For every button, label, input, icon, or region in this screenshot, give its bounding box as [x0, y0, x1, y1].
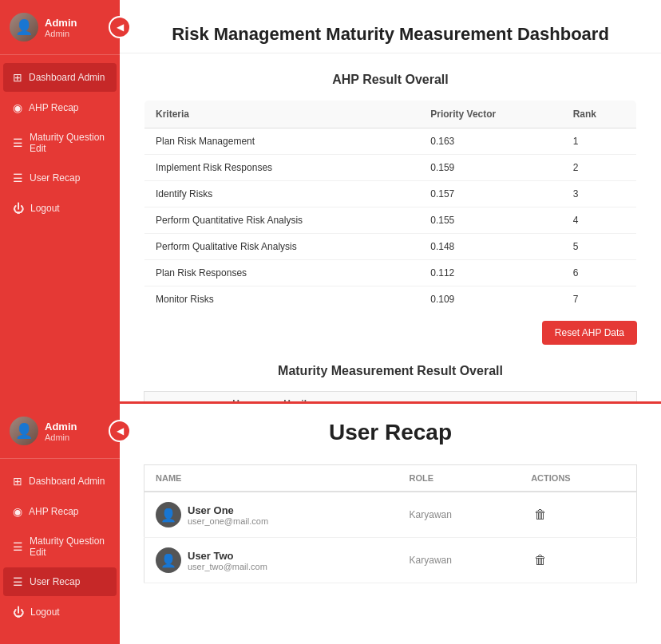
ahp-table-row: Plan Risk Responses 0.112 6: [144, 260, 637, 286]
user-person-icon: 👤: [160, 508, 176, 523]
ahp-priority-vector: 0.112: [419, 260, 561, 286]
sidebar-item-user-recap[interactable]: ☰ User Recap: [3, 164, 117, 192]
sidebar-item-label: Logout: [30, 203, 60, 214]
user-actions-cell: 🗑: [520, 492, 636, 538]
sidebar-user-info: Admin Admin: [45, 17, 77, 38]
ahp-rank: 3: [562, 181, 637, 207]
sidebar-collapse-button[interactable]: ◀: [109, 16, 131, 38]
user-table-row: 👤 User One user_one@mail.com Karyawan 🗑: [144, 492, 637, 538]
sidebar-user-header: 👤 Admin Admin: [0, 0, 120, 55]
user-avatar-image-bottom: 👤: [10, 417, 38, 445]
user-name-block: User Two user_two@mail.com: [188, 550, 267, 571]
user-role-text: Karyawan: [410, 555, 452, 566]
ahp-col-kriteria: Kriteria: [144, 101, 420, 128]
user-name-cell: 👤 User One user_one@mail.com: [144, 492, 398, 538]
delete-user-button[interactable]: 🗑: [531, 550, 550, 571]
ahp-rank: 1: [562, 128, 637, 155]
ahp-col-priority: Priority Vector: [419, 101, 561, 128]
ahp-kriteria: Identify Risks: [144, 181, 420, 207]
ahp-icon: ◉: [13, 101, 22, 114]
user-recap-title: User Recap: [144, 420, 637, 445]
ahp-kriteria: Plan Risk Management: [144, 128, 420, 155]
ahp-priority-vector: 0.163: [419, 128, 561, 155]
reset-ahp-button[interactable]: Reset AHP Data: [542, 321, 637, 345]
sidebar-item-label: Dashboard Admin: [29, 476, 105, 487]
sidebar-bottom-item-dashboard[interactable]: ⊞ Dashboard Admin: [3, 467, 117, 496]
logout-icon: ⏻: [13, 202, 24, 215]
ahp-table-row: Monitor Risks 0.109 7: [144, 286, 637, 313]
avatar: 👤: [10, 13, 38, 41]
maturity-col-kriteria: Kriteria: [144, 392, 225, 402]
ahp-table-row: Identify Risks 0.157 3: [144, 181, 637, 207]
ahp-table-row: Implement Risk Responses 0.159 2: [144, 155, 637, 181]
user-col-actions: ACTIONS: [520, 465, 636, 492]
user-role-cell: Karyawan: [398, 492, 520, 538]
sidebar-item-label: AHP Recap: [29, 506, 78, 517]
maturity-icon: ☰: [13, 136, 23, 149]
ahp-section-title: AHP Result Overall: [144, 73, 637, 87]
sidebar-item-dashboard[interactable]: ⊞ Dashboard Admin: [3, 63, 117, 92]
user-avatar: 👤: [156, 547, 181, 573]
user-avatar: 👤: [156, 502, 181, 527]
ahp-kriteria: Perform Quantitative Risk Analysis: [144, 207, 420, 234]
ahp-kriteria: Perform Qualitative Risk Analysis: [144, 234, 420, 260]
sidebar-bottom-item-user-recap[interactable]: ☰ User Recap: [3, 567, 117, 596]
sidebar-bottom-user-role: Admin: [45, 433, 77, 442]
maturity-col-rekomendasi: Hasil Rekomendasi: [323, 392, 636, 402]
ahp-table-row: Perform Qualitative Risk Analysis 0.148 …: [144, 234, 637, 260]
delete-user-button[interactable]: 🗑: [531, 504, 550, 525]
sidebar-navigation: ⊞ Dashboard Admin ◉ AHP Recap ☰ Maturity…: [0, 55, 120, 401]
sidebar-item-label: AHP Recap: [29, 102, 78, 113]
sidebar-bottom-item-logout[interactable]: ⏻ Logout: [3, 598, 117, 626]
maturity-table: Kriteria User One's level Hasil Rata Rat…: [144, 391, 637, 401]
sidebar-item-label: Logout: [30, 606, 60, 618]
sidebar-bottom-user-name: Admin: [45, 421, 77, 433]
ahp-kriteria: Plan Risk Responses: [144, 260, 420, 286]
maturity-section: Maturity Measurement Result Overall Krit…: [120, 364, 661, 401]
user-display-name: User Two: [188, 550, 267, 562]
sidebar-item-logout[interactable]: ⏻ Logout: [3, 194, 117, 223]
user-recap-icon-bottom: ☰: [13, 575, 23, 588]
user-email: user_one@mail.com: [188, 516, 268, 526]
user-col-name: NAME: [144, 465, 398, 492]
ahp-rank: 5: [562, 234, 637, 260]
sidebar-bottom-user-info: Admin Admin: [45, 421, 77, 442]
sidebar-user-name: Admin: [45, 17, 77, 29]
ahp-priority-vector: 0.155: [419, 207, 561, 234]
ahp-col-rank: Rank: [562, 101, 637, 128]
user-name-block: User One user_one@mail.com: [188, 504, 268, 526]
sidebar-item-label: Maturity Question Edit: [30, 132, 107, 154]
logout-icon-bottom: ⏻: [13, 606, 24, 618]
ahp-kriteria: Implement Risk Responses: [144, 155, 420, 181]
sidebar-bottom-item-maturity[interactable]: ☰ Maturity Question Edit: [3, 527, 117, 566]
ahp-icon-bottom: ◉: [13, 505, 22, 518]
ahp-kriteria: Monitor Risks: [144, 286, 420, 313]
maturity-section-title: Maturity Measurement Result Overall: [144, 364, 637, 378]
maturity-col-user-level: User One's level: [224, 392, 275, 402]
ahp-table: Kriteria Priority Vector Rank Plan Risk …: [144, 100, 637, 313]
sidebar-bottom-collapse-button[interactable]: ◀: [109, 420, 131, 442]
sidebar-bottom-navigation: ⊞ Dashboard Admin ◉ AHP Recap ☰ Maturity…: [0, 459, 120, 644]
user-actions-cell: 🗑: [520, 538, 636, 583]
user-table: NAME ROLE ACTIONS 👤 User One user_one@ma…: [144, 464, 637, 583]
sidebar-item-label: Maturity Question Edit: [30, 535, 107, 558]
dashboard-icon-bottom: ⊞: [13, 475, 22, 488]
user-role-cell: Karyawan: [398, 538, 520, 583]
user-email: user_two@mail.com: [188, 562, 267, 571]
sidebar-item-label: User Recap: [30, 172, 80, 184]
sidebar-item-ahp[interactable]: ◉ AHP Recap: [3, 93, 117, 122]
user-person-icon: 👤: [160, 553, 176, 568]
ahp-priority-vector: 0.148: [419, 234, 561, 260]
ahp-priority-vector: 0.157: [419, 181, 561, 207]
sidebar-item-maturity[interactable]: ☰ Maturity Question Edit: [3, 124, 117, 162]
sidebar-bottom-user-header: 👤 Admin Admin: [0, 404, 120, 459]
sidebar-bottom-item-ahp[interactable]: ◉ AHP Recap: [3, 497, 117, 526]
ahp-section: AHP Result Overall Kriteria Priority Vec…: [120, 53, 661, 364]
user-info: 👤 User One user_one@mail.com: [156, 502, 387, 527]
ahp-priority-vector: 0.109: [419, 286, 561, 313]
ahp-rank: 2: [562, 155, 637, 181]
maturity-col-rata-rata: Hasil Rata Rata: [275, 392, 323, 402]
ahp-table-row: Plan Risk Management 0.163 1: [144, 128, 637, 155]
sidebar-item-label: Dashboard Admin: [29, 72, 105, 83]
user-role-text: Karyawan: [410, 509, 452, 520]
